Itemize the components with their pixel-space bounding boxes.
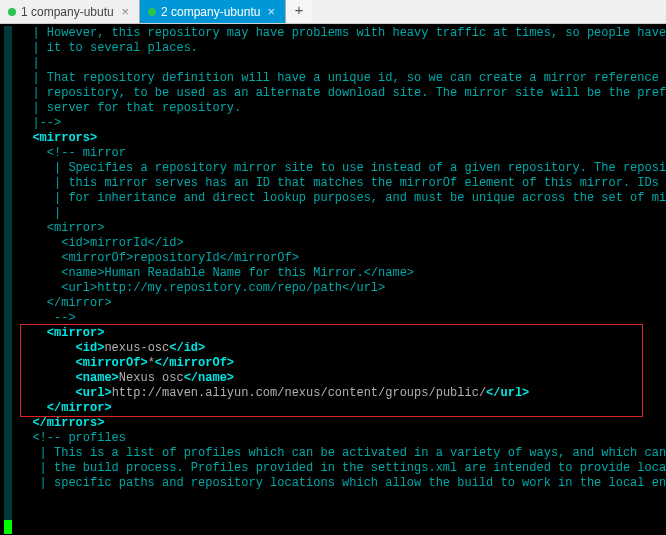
close-icon[interactable]: × <box>265 5 277 18</box>
code-line: | <box>18 206 666 221</box>
code-line: | This is a list of profiles which can b… <box>18 446 666 461</box>
code-line: <url>http://maven.aliyun.com/nexus/conte… <box>18 386 666 401</box>
tab-2[interactable]: 2 company-ubuntu × <box>140 0 286 23</box>
code-line: <mirror> <box>18 221 666 236</box>
code-line: <!-- mirror <box>18 146 666 161</box>
code-line: | repository, to be used as an alternate… <box>18 86 666 101</box>
code-line: <!-- profiles <box>18 431 666 446</box>
code-line: --> <box>18 311 666 326</box>
code-line: <mirror> <box>18 326 666 341</box>
code-line: <url>http://my.repository.com/repo/path<… <box>18 281 666 296</box>
code-line: </mirrors> <box>18 416 666 431</box>
code-line: | for inheritance and direct lookup purp… <box>18 191 666 206</box>
code-line: |--> <box>18 116 666 131</box>
editor-content: | However, this repository may have prob… <box>4 26 666 491</box>
code-line: <id>mirrorId</id> <box>18 236 666 251</box>
tab-1[interactable]: 1 company-ubutu × <box>0 0 140 23</box>
code-line: <mirrors> <box>18 131 666 146</box>
tab-label: 1 company-ubutu <box>21 5 114 19</box>
code-line: <name>Nexus osc</name> <box>18 371 666 386</box>
code-line: | However, this repository may have prob… <box>18 26 666 41</box>
status-dot-icon <box>148 8 156 16</box>
code-line: <mirrorOf>*</mirrorOf> <box>18 356 666 371</box>
cursor <box>4 520 12 534</box>
code-line: | specific paths and repository location… <box>18 476 666 491</box>
code-line: </mirror> <box>18 296 666 311</box>
terminal-viewport[interactable]: | However, this repository may have prob… <box>0 24 666 535</box>
new-tab-button[interactable]: + <box>286 0 312 23</box>
code-line: | Specifies a repository mirror site to … <box>18 161 666 176</box>
code-line: <id>nexus-osc</id> <box>18 341 666 356</box>
code-line: | it to several places. <box>18 41 666 56</box>
code-line: | That repository definition will have a… <box>18 71 666 86</box>
code-line: <name>Human Readable Name for this Mirro… <box>18 266 666 281</box>
close-icon[interactable]: × <box>119 5 131 18</box>
code-line: | this mirror serves has an ID that matc… <box>18 176 666 191</box>
code-line: </mirror> <box>18 401 666 416</box>
code-line: | the build process. Profiles provided i… <box>18 461 666 476</box>
status-dot-icon <box>8 8 16 16</box>
code-line: <mirrorOf>repositoryId</mirrorOf> <box>18 251 666 266</box>
code-line: | <box>18 56 666 71</box>
code-line: | server for that repository. <box>18 101 666 116</box>
tab-bar: 1 company-ubutu × 2 company-ubuntu × + <box>0 0 666 24</box>
tab-label: 2 company-ubuntu <box>161 5 260 19</box>
